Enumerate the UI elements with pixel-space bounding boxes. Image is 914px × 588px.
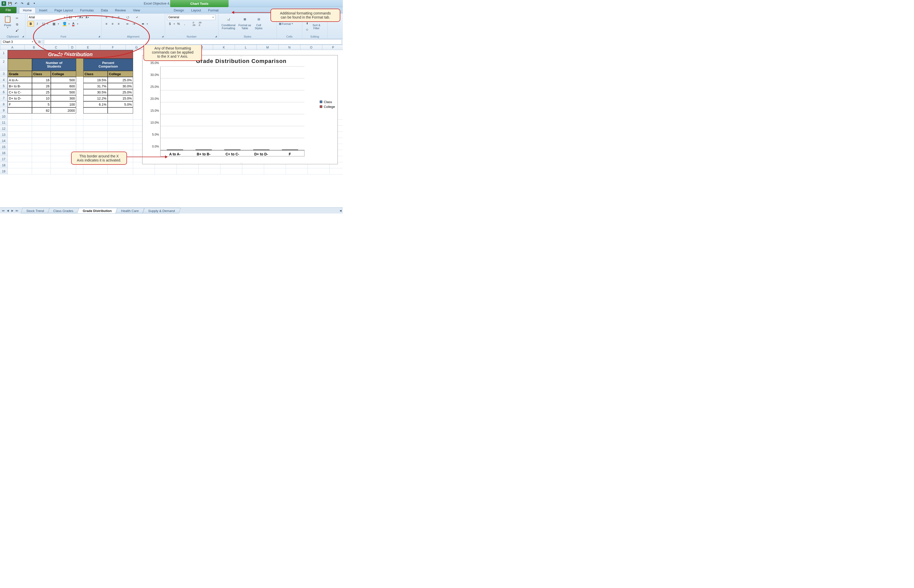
column-header[interactable]: L [235, 45, 257, 50]
sheet-tab[interactable]: Supply & Demand [142, 208, 181, 213]
cell[interactable]: 25.0% [108, 89, 133, 95]
cell[interactable] [76, 83, 83, 89]
cell[interactable] [76, 120, 83, 126]
cell[interactable]: 25 [32, 89, 51, 95]
cell[interactable] [51, 113, 76, 120]
sheet-tab[interactable]: Class Grades [48, 208, 79, 213]
plot-area[interactable]: 0.0%5.0%10.0%15.0%20.0%25.0%30.0%35.0% [160, 66, 304, 150]
increase-decimal-icon[interactable]: .0.00 [191, 21, 197, 27]
legend-item[interactable]: College [320, 105, 335, 109]
cell[interactable] [8, 59, 32, 71]
cell[interactable] [108, 138, 133, 144]
cell[interactable] [51, 120, 76, 126]
cell[interactable] [8, 150, 32, 156]
column-header[interactable]: E [76, 45, 100, 50]
row-header[interactable]: 6 [0, 89, 8, 95]
cell[interactable]: 82 [32, 107, 51, 113]
cell[interactable] [8, 113, 32, 120]
formula-input[interactable] [44, 39, 342, 44]
cell[interactable]: 12.2% [83, 95, 108, 101]
currency-icon[interactable]: $ [167, 21, 173, 27]
row-header[interactable]: 11 [0, 120, 8, 126]
column-header[interactable]: A [0, 45, 24, 50]
cell[interactable] [32, 150, 51, 156]
insert-function-icon[interactable]: fx [36, 39, 43, 45]
bold-icon[interactable]: B [28, 21, 34, 27]
cell[interactable] [51, 144, 76, 150]
tab-format[interactable]: Format [205, 7, 222, 13]
column-header[interactable]: N [278, 45, 301, 50]
tab-nav-first-icon[interactable]: ⏮ [1, 208, 6, 213]
cell[interactable] [83, 144, 108, 150]
tab-design[interactable]: Design [170, 7, 188, 13]
x-axis-categories[interactable]: A to A-B+ to B-C+ to C-D+ to D-F [160, 150, 304, 157]
copy-icon[interactable]: ⧉ [14, 22, 20, 27]
row-header[interactable]: 13 [0, 132, 8, 138]
cell[interactable]: Grade Distribution [8, 50, 133, 59]
cell[interactable]: 500 [51, 77, 76, 83]
tab-nav-next-icon[interactable]: ▶ [10, 208, 15, 213]
cell[interactable]: Number ofStudents [32, 59, 76, 71]
align-right-icon[interactable]: ≡ [116, 21, 121, 27]
cell[interactable] [8, 132, 32, 138]
cell[interactable]: 19.5% [83, 77, 108, 83]
tab-home[interactable]: Home [19, 7, 36, 13]
align-middle-icon[interactable]: ≡ [110, 15, 115, 20]
cell[interactable] [8, 126, 32, 132]
cell[interactable]: Class [32, 71, 51, 77]
cell[interactable] [83, 132, 108, 138]
row-header[interactable]: 5 [0, 83, 8, 89]
row-header[interactable]: 8 [0, 101, 8, 107]
cell[interactable] [199, 168, 220, 174]
cut-icon[interactable]: ✂ [14, 16, 20, 21]
chart-handle-icon[interactable]: ⋯ [240, 162, 243, 165]
cell[interactable] [51, 132, 76, 138]
alignment-dialog-launcher-icon[interactable]: ◢ [161, 34, 164, 38]
align-bottom-icon[interactable]: ≡ [116, 15, 121, 20]
cell[interactable] [76, 95, 83, 101]
cell[interactable]: 6.1% [83, 101, 108, 107]
bar-group[interactable] [278, 150, 301, 150]
x-category-label[interactable]: F [278, 152, 301, 156]
row-header[interactable]: 17 [0, 156, 8, 162]
column-header[interactable]: P [322, 45, 343, 50]
cell[interactable]: 100 [51, 101, 76, 107]
cell[interactable]: 500 [51, 89, 76, 95]
cell[interactable] [8, 120, 32, 126]
cell[interactable]: 30.0% [108, 83, 133, 89]
cell[interactable] [83, 138, 108, 144]
row-header[interactable]: 2 [0, 59, 8, 71]
excel-app-icon[interactable]: X [1, 1, 6, 6]
cell[interactable] [108, 120, 133, 126]
cell[interactable] [8, 144, 32, 150]
font-dialog-launcher-icon[interactable]: ◢ [97, 34, 101, 38]
embedded-chart[interactable]: Grade Distribution Comparison 0.0%5.0%10… [142, 55, 338, 164]
cell[interactable] [76, 107, 83, 113]
cell[interactable]: Class [83, 71, 108, 77]
column-header[interactable]: M [257, 45, 278, 50]
cell[interactable] [8, 138, 32, 144]
cell[interactable] [32, 144, 51, 150]
bar-group[interactable] [221, 150, 244, 150]
decrease-indent-icon[interactable]: ⇤ [125, 21, 131, 27]
align-center-icon[interactable]: ≡ [110, 21, 115, 27]
cell[interactable]: 16 [32, 77, 51, 83]
bar-group[interactable] [250, 150, 273, 150]
cell[interactable] [32, 132, 51, 138]
sheet-tab[interactable]: Health Care [116, 208, 145, 213]
cell[interactable] [76, 144, 83, 150]
cell[interactable] [308, 168, 330, 174]
cell[interactable] [155, 168, 177, 174]
cell[interactable] [8, 168, 32, 174]
bar-college[interactable] [175, 150, 183, 150]
clear-icon[interactable]: ◇ [304, 27, 310, 32]
increase-indent-icon[interactable]: ⇥ [131, 21, 137, 27]
cell[interactable]: PercentComparison [83, 59, 133, 71]
tab-page-layout[interactable]: Page Layout [51, 7, 76, 13]
column-header[interactable]: C [44, 45, 69, 50]
increase-font-icon[interactable]: A▲ [78, 15, 84, 20]
borders-icon[interactable]: ▦ [51, 21, 57, 27]
format-as-table-button[interactable]: ▦ Format as Table [238, 15, 252, 30]
font-color-icon[interactable]: A [71, 21, 76, 27]
column-header[interactable]: B [24, 45, 44, 50]
